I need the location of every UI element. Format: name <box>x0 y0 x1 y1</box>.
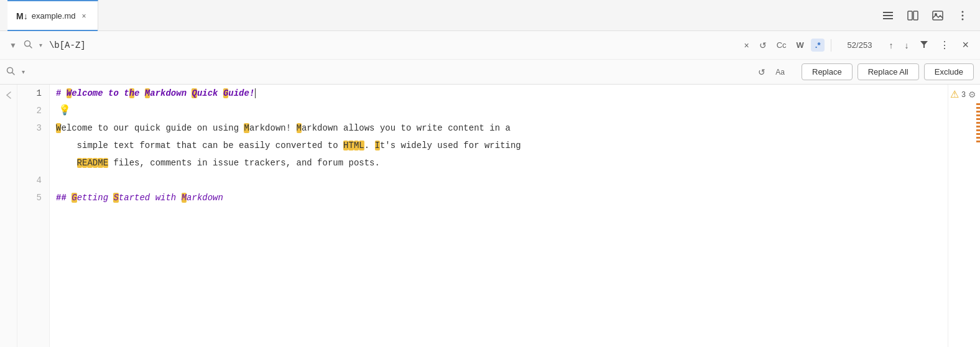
find-history-button[interactable]: ↺ <box>756 39 770 52</box>
code-line-3b: simple text format that can be easily co… <box>56 137 941 154</box>
scroll-marks <box>976 103 980 144</box>
search-replace-row: ▾ ↺ Aa Replace Replace All Exclude <box>0 60 980 84</box>
find-input[interactable] <box>49 40 737 50</box>
sidebar-collapse-button[interactable] <box>0 85 17 347</box>
replace-search-icon <box>6 67 15 78</box>
line-number-1: 1 <box>17 85 49 102</box>
line-3b-content: simple text format that can be easily co… <box>56 137 521 154</box>
svg-rect-4 <box>913 11 918 20</box>
search-more-button[interactable]: ⋮ <box>936 37 953 53</box>
regex-button[interactable]: .* <box>811 39 825 52</box>
svg-point-8 <box>962 14 964 16</box>
editor-container: 1 2 3 4 5 # Welcome to the Markdown Quic… <box>0 85 980 347</box>
gutter-settings-button[interactable]: ⚙ <box>968 90 976 99</box>
line-number-3b <box>17 137 49 154</box>
hl-h: h <box>129 88 134 98</box>
line-number-5: 5 <box>17 189 49 206</box>
replace-button[interactable]: Replace <box>802 63 853 80</box>
tab-label: example.md <box>32 11 76 21</box>
line-3c-content: README files, comments in issue trackers… <box>56 154 380 172</box>
exclude-button[interactable]: Exclude <box>924 63 974 80</box>
find-clear-button[interactable]: × <box>741 39 752 52</box>
match-count: 52/253 <box>838 40 881 50</box>
svg-rect-0 <box>883 12 893 13</box>
more-options-button[interactable] <box>953 6 973 25</box>
layout-button[interactable] <box>878 6 898 25</box>
svg-marker-12 <box>920 41 928 48</box>
find-type-dropdown[interactable]: ▾ <box>36 40 45 50</box>
svg-line-11 <box>29 46 32 49</box>
case-sensitive-button[interactable]: Cc <box>774 39 790 52</box>
warning-count: 3 <box>961 90 966 99</box>
code-line-4 <box>56 172 941 189</box>
hl-W1: W <box>67 88 72 98</box>
search-area: ▼ ▾ × ↺ Cc W .* 52/253 ↑ ↓ ⋮ × <box>0 31 980 85</box>
hl-M1: M <box>145 88 150 98</box>
svg-point-7 <box>962 11 964 12</box>
markdown-icon: M↓ <box>16 11 28 21</box>
split-view-button[interactable] <box>903 6 923 25</box>
find-search-icon <box>24 40 32 50</box>
layout-icon <box>882 9 894 22</box>
tab-example-md[interactable]: M↓ example.md × <box>7 0 98 31</box>
whole-word-button[interactable]: W <box>793 39 807 52</box>
line-number-4: 4 <box>17 172 49 189</box>
h2-content: Getting Started with Markdown <box>72 189 223 206</box>
svg-rect-3 <box>908 11 912 20</box>
replace-input[interactable] <box>32 67 751 77</box>
replace-type-dropdown[interactable]: ▾ <box>19 67 28 77</box>
h2-hash: ## <box>56 189 72 206</box>
tab-active-underline <box>7 30 98 31</box>
search-divider <box>831 39 831 52</box>
h1-hash: # <box>56 85 67 102</box>
replace-action-buttons: Replace Replace All Exclude <box>802 63 974 80</box>
warning-icon: ⚠ <box>950 88 959 100</box>
tab-bar: M↓ example.md × <box>0 0 980 31</box>
svg-rect-2 <box>883 18 893 19</box>
image-view-button[interactable] <box>928 6 948 25</box>
close-search-button[interactable]: × <box>957 36 974 54</box>
hl-G: G <box>223 88 228 98</box>
line-numbers: 1 2 3 4 5 <box>17 85 50 347</box>
filter-button[interactable] <box>916 37 932 53</box>
right-gutter: ⚠ 3 ⚙ <box>948 85 980 347</box>
svg-point-9 <box>962 18 964 20</box>
next-match-button[interactable]: ↓ <box>900 38 912 53</box>
search-find-row: ▼ ▾ × ↺ Cc W .* 52/253 ↑ ↓ ⋮ × <box>0 31 980 60</box>
editor-main: 1 2 3 4 5 # Welcome to the Markdown Quic… <box>17 85 980 347</box>
code-line-5: ## Getting Started with Markdown <box>56 189 941 206</box>
line-number-3a: 3 <box>17 119 49 137</box>
search-collapse-toggle[interactable]: ▼ <box>6 39 20 52</box>
tab-bar-right <box>878 6 973 25</box>
code-line-3c: README files, comments in issue trackers… <box>56 154 941 172</box>
replace-history-button[interactable]: ↺ <box>755 65 769 79</box>
line-number-2: 2 <box>17 102 49 119</box>
hl-Q: Q <box>192 88 196 98</box>
svg-rect-5 <box>933 11 943 20</box>
image-icon <box>931 9 944 22</box>
line-number-3c <box>17 154 49 172</box>
code-line-1: # Welcome to the Markdown Quick Guide! <box>56 85 941 102</box>
text-cursor <box>255 88 256 98</box>
more-icon <box>956 9 969 22</box>
line-3a-content: Welcome to our quick guide on using Mark… <box>56 119 511 137</box>
tab-bar-left: M↓ example.md × <box>7 0 98 31</box>
svg-line-14 <box>12 72 15 75</box>
lightbulb-icon: 💡 <box>58 102 71 119</box>
split-icon <box>907 9 919 22</box>
code-line-2: 💡 <box>56 102 941 119</box>
replace-case-button[interactable]: Aa <box>772 66 788 78</box>
replace-all-button[interactable]: Replace All <box>858 63 919 80</box>
svg-rect-1 <box>883 15 893 16</box>
code-area[interactable]: # Welcome to the Markdown Quick Guide! 💡… <box>50 85 948 347</box>
h1-content: Welcome to the Markdown Quick Guide! <box>67 85 255 102</box>
previous-match-button[interactable]: ↑ <box>885 38 897 53</box>
gutter-header: ⚠ 3 ⚙ <box>948 85 980 100</box>
code-line-3a: Welcome to our quick guide on using Mark… <box>56 119 941 137</box>
tab-close-button[interactable]: × <box>79 11 88 22</box>
